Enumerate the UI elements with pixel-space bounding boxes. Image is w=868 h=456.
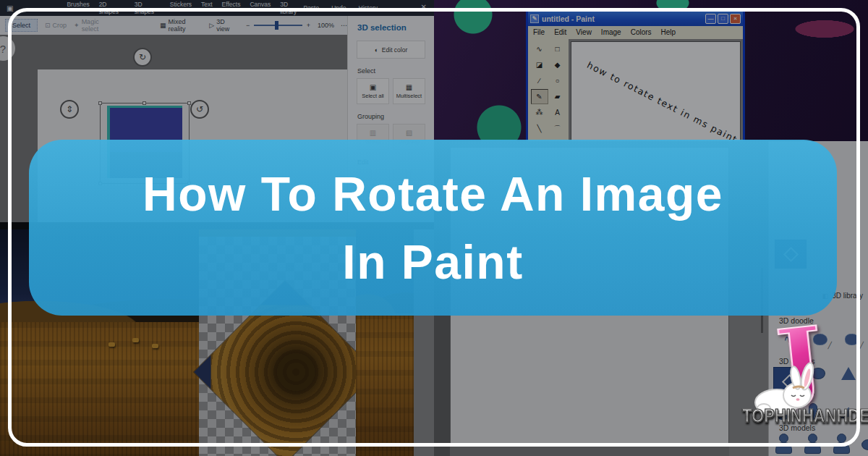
tab-stickers[interactable]: Stickers (170, 1, 192, 15)
depth-icon: ⇕ (66, 104, 73, 114)
edit-color-icon: ◐ (375, 46, 378, 54)
select-button[interactable]: Select (5, 19, 38, 32)
rotated-canvas-text: how to rotate text in ms paint (585, 59, 739, 145)
title-line-2: In Paint (342, 238, 523, 286)
zoom-in-button[interactable]: + (307, 22, 310, 29)
depth-handle[interactable]: ⇕ (60, 100, 79, 119)
title-line-1: How To Rotate An Image (142, 170, 723, 218)
text-icon[interactable]: A (549, 105, 566, 120)
menu-image[interactable]: Image (601, 28, 621, 36)
tab-canvas[interactable]: Canvas (250, 1, 271, 15)
mspaint-title: untitled - Paint (542, 14, 595, 23)
distant-bale (152, 344, 158, 348)
paint3d-tabs: Brushes2D shapes3D shapesStickersTextEff… (67, 1, 303, 15)
tab-brushes[interactable]: Brushes (67, 1, 89, 15)
menu-edit[interactable]: Edit (554, 28, 566, 36)
menu-icon[interactable]: ▣ (7, 4, 13, 12)
close-button[interactable]: × (730, 14, 741, 24)
fish-model-icon[interactable] (861, 439, 868, 449)
minimize-button[interactable]: — (705, 14, 716, 24)
zoom-out-button[interactable]: − (246, 22, 250, 29)
select-section-label: Select (357, 67, 434, 75)
watermark-text: TOPHINHANHDEP (742, 405, 868, 427)
distant-bale (132, 338, 139, 342)
field-grass (0, 322, 199, 456)
panel-title: 3D selection (357, 23, 434, 32)
help-button[interactable]: ? (0, 36, 15, 61)
zoom-level: 100% (318, 22, 334, 29)
rotate-z-handle[interactable]: ↺ (190, 100, 209, 119)
maximize-button[interactable]: □ (718, 14, 728, 24)
select-all-icon: ▣ (370, 83, 376, 91)
action-paste[interactable]: Paste (303, 4, 319, 12)
woman-model-icon[interactable] (804, 434, 821, 453)
paint3d-menubar: ▣ Brushes2D shapes3D shapesStickersTextE… (0, 0, 434, 16)
3d-models-row (775, 434, 868, 453)
child-model-icon[interactable] (833, 434, 850, 453)
select-all-button[interactable]: ▣ Select all (357, 78, 389, 104)
mixed-reality-icon: ▦ (160, 22, 166, 29)
soft-doodle-2-icon[interactable]: ╱ (840, 328, 864, 351)
tab-effects[interactable]: Effects (222, 1, 241, 15)
multiselect-button[interactable]: ▦ Multiselect (393, 78, 425, 104)
magnifier-icon[interactable]: ○ (549, 73, 566, 88)
action-undo[interactable]: Undo (331, 4, 346, 12)
crop-icon: ⊡ (45, 22, 51, 29)
paint3d-actions: PasteUndoHistory (303, 4, 378, 12)
brush-icon[interactable]: ▰ (549, 89, 566, 104)
mspaint-app-icon: ✎ (530, 14, 539, 23)
desktop-background: ✎ untitled - Paint — □ × FileEditViewIma… (434, 0, 868, 145)
tab-text[interactable]: Text (201, 1, 213, 15)
thumbnail-stage: ▣ Brushes2D shapes3D shapesStickersTextE… (0, 0, 868, 456)
curve-icon[interactable]: ⌒ (549, 121, 566, 136)
tab-3d-library[interactable]: 3D library (280, 1, 303, 15)
menu-help[interactable]: Help (661, 28, 676, 36)
select-icon[interactable]: □ (549, 41, 566, 56)
field-grass (356, 313, 414, 456)
paint3d-toolbar: Select ⊡ Crop ✦ Magic select ▦ Mixed rea… (0, 16, 347, 35)
rotate-handle[interactable]: ↻ (133, 48, 152, 67)
close-icon[interactable]: ✕ (421, 3, 427, 11)
menu-colors[interactable]: Colors (631, 28, 652, 36)
magic-select-icon: ✦ (74, 22, 80, 29)
mspaint-menubar: FileEditViewImageColorsHelp (528, 26, 743, 38)
line-icon[interactable]: ╲ (531, 121, 548, 136)
edit-color-button[interactable]: ◐ Edit color (357, 41, 425, 59)
zoom-slider[interactable] (254, 25, 302, 26)
airbrush-icon[interactable]: ⁂ (531, 105, 548, 120)
distant-bale (109, 342, 115, 347)
multiselect-icon: ▦ (406, 83, 412, 91)
crop-button[interactable]: ⊡ Crop (45, 22, 67, 29)
free-form-select-icon[interactable]: ∿ (531, 41, 548, 56)
tab-3d-shapes[interactable]: 3D shapes (135, 1, 161, 15)
3d-view-button[interactable]: ▷ 3D view (209, 18, 236, 33)
action-history[interactable]: History (359, 4, 378, 12)
mspaint-titlebar[interactable]: ✎ untitled - Paint — □ × (528, 11, 743, 26)
rotate-icon: ↻ (139, 52, 146, 62)
ungroup-icon: ▧ (406, 129, 412, 137)
rotate-z-icon: ↺ (196, 104, 203, 114)
magic-select-button[interactable]: ✦ Magic select (74, 18, 112, 33)
cone-icon[interactable] (841, 367, 856, 380)
zoom-slider-thumb[interactable] (275, 21, 278, 30)
grouping-section-label: Grouping (357, 113, 434, 120)
group-icon: ▥ (370, 129, 376, 137)
pick-color-icon[interactable]: ∕ (531, 73, 548, 88)
mixed-reality-button[interactable]: ▦ Mixed reality (160, 18, 199, 33)
fill-with-color-icon[interactable]: ◆ (549, 57, 566, 72)
3d-view-icon: ▷ (209, 22, 214, 29)
tab-2d-shapes[interactable]: 2D shapes (99, 1, 125, 15)
more-button[interactable]: ⋯ (341, 22, 347, 29)
title-banner: How To Rotate An Image In Paint (29, 140, 837, 316)
man-model-icon[interactable] (775, 434, 792, 453)
menu-view[interactable]: View (576, 28, 592, 36)
menu-file[interactable]: File (533, 28, 545, 36)
eraser-icon[interactable]: ◪ (531, 57, 548, 72)
pencil-icon[interactable]: ✎ (531, 89, 548, 104)
